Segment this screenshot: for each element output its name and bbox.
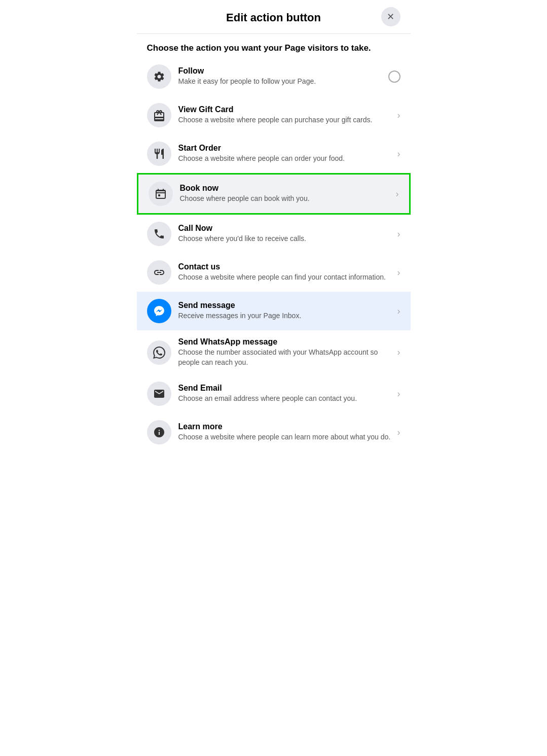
item-desc: Choose where people can book with you.	[180, 194, 391, 204]
item-content: Send messageReceive messages in your Pag…	[178, 301, 392, 321]
item-content: Learn moreChoose a website where people …	[178, 422, 392, 442]
chevron-right-icon: ›	[397, 229, 400, 239]
item-desc: Choose where you'd like to receive calls…	[178, 234, 392, 244]
item-desc: Choose an email address where people can…	[178, 394, 392, 404]
item-desc: Choose the number associated with your W…	[178, 348, 392, 367]
item-desc: Choose a website where people can learn …	[178, 432, 392, 442]
item-title: Contact us	[178, 262, 392, 271]
chevron-right-icon: ›	[397, 347, 400, 358]
modal-container: Edit action button ✕ Choose the action y…	[137, 0, 411, 452]
gift-icon	[147, 103, 171, 127]
item-title: View Gift Card	[178, 105, 392, 114]
close-icon: ✕	[387, 11, 394, 22]
email-icon	[147, 382, 171, 406]
list-item-send-email[interactable]: Send EmailChoose an email address where …	[137, 374, 411, 413]
item-title: Learn more	[178, 422, 392, 431]
chevron-right-icon: ›	[396, 189, 399, 199]
calendar-icon	[149, 182, 173, 206]
list-item-book-now[interactable]: Book nowChoose where people can book wit…	[137, 173, 411, 215]
item-title: Follow	[178, 66, 383, 76]
gear-icon	[147, 64, 171, 89]
action-list: FollowMake it easy for people to follow …	[137, 57, 411, 452]
item-desc: Receive messages in your Page Inbox.	[178, 311, 392, 321]
item-title: Book now	[180, 184, 391, 193]
chevron-right-icon: ›	[397, 110, 400, 121]
svg-rect-0	[158, 194, 160, 196]
list-item-contact-us[interactable]: Contact usChoose a website where people …	[137, 253, 411, 292]
item-title: Send WhatsApp message	[178, 337, 392, 347]
item-content: Start OrderChoose a website where people…	[178, 144, 392, 164]
header: Edit action button ✕	[137, 0, 411, 34]
item-content: Send WhatsApp messageChoose the number a…	[178, 337, 392, 367]
list-item-follow[interactable]: FollowMake it easy for people to follow …	[137, 57, 411, 96]
item-content: View Gift CardChoose a website where peo…	[178, 105, 392, 125]
chevron-right-icon: ›	[397, 149, 400, 159]
list-item-view-gift-card[interactable]: View Gift CardChoose a website where peo…	[137, 96, 411, 134]
list-item-start-order[interactable]: Start OrderChoose a website where people…	[137, 134, 411, 173]
chevron-right-icon: ›	[397, 389, 400, 399]
item-desc: Choose a website where people can purcha…	[178, 115, 392, 125]
info-icon	[147, 420, 171, 444]
item-content: Contact usChoose a website where people …	[178, 262, 392, 283]
item-title: Call Now	[178, 224, 392, 233]
chevron-right-icon: ›	[397, 306, 400, 317]
item-content: Call NowChoose where you'd like to recei…	[178, 224, 392, 244]
item-title: Start Order	[178, 144, 392, 153]
close-button[interactable]: ✕	[381, 7, 400, 26]
radio-button[interactable]	[388, 71, 400, 83]
item-content: FollowMake it easy for people to follow …	[178, 66, 383, 87]
page-subtitle: Choose the action you want your Page vis…	[137, 34, 411, 57]
list-item-call-now[interactable]: Call NowChoose where you'd like to recei…	[137, 215, 411, 253]
item-title: Send Email	[178, 384, 392, 393]
item-title: Send message	[178, 301, 392, 310]
page-title: Edit action button	[226, 11, 321, 24]
item-desc: Choose a website where people can order …	[178, 154, 392, 164]
list-item-learn-more[interactable]: Learn moreChoose a website where people …	[137, 413, 411, 452]
chevron-right-icon: ›	[397, 427, 400, 438]
item-content: Book nowChoose where people can book wit…	[180, 184, 391, 204]
link-icon	[147, 260, 171, 285]
phone-icon	[147, 222, 171, 246]
list-item-send-whatsapp[interactable]: Send WhatsApp messageChoose the number a…	[137, 330, 411, 374]
messenger-icon	[147, 299, 171, 323]
item-content: Send EmailChoose an email address where …	[178, 384, 392, 404]
chevron-right-icon: ›	[397, 267, 400, 278]
list-item-send-message[interactable]: Send messageReceive messages in your Pag…	[137, 292, 411, 330]
whatsapp-icon	[147, 340, 171, 365]
item-desc: Choose a website where people can find y…	[178, 272, 392, 283]
fork-icon	[147, 142, 171, 166]
item-desc: Make it easy for people to follow your P…	[178, 77, 383, 87]
